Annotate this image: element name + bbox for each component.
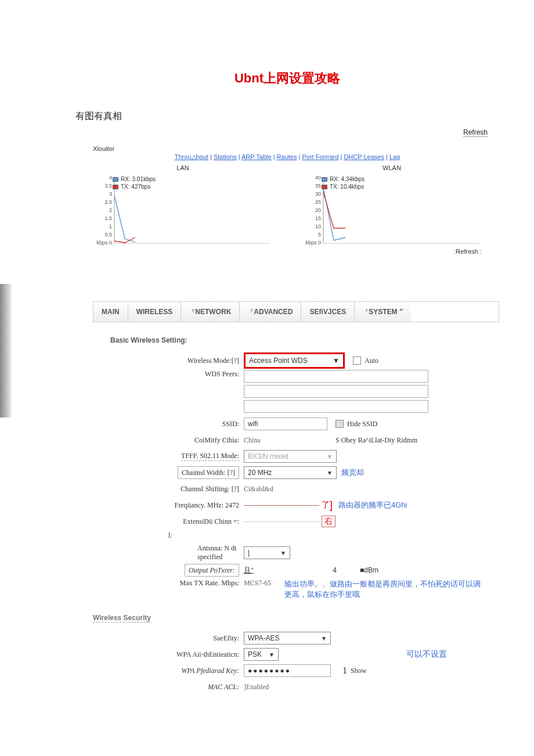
security-label: SaeEfity:: [93, 634, 244, 643]
lan-rx-legend: RX: 3.01kbps: [121, 176, 156, 182]
subnav-throughput[interactable]: Throu△hput: [175, 153, 208, 160]
freq-ann-red: 了: [322, 500, 330, 510]
chevron-down-icon: ▼: [280, 550, 286, 556]
svg-text:15: 15: [315, 215, 321, 221]
svg-text:1.5: 1.5: [104, 215, 112, 221]
freq-ann-blue: 路由器的频率已4Ghi: [338, 500, 407, 510]
svg-text:kbps 0: kbps 0: [96, 240, 112, 246]
chevron-down-icon: ▼: [321, 635, 327, 642]
legend-swatch-blue: [322, 177, 327, 182]
svg-text:4: 4: [109, 175, 112, 181]
show-num: 1: [342, 665, 347, 676]
mac-acl-label: MAC ACL:: [93, 683, 244, 692]
svg-text:2.5: 2.5: [104, 199, 112, 205]
country-value: China: [244, 436, 327, 445]
svg-text:30: 30: [315, 191, 321, 197]
doc-subtitle: 有图有真相: [75, 110, 499, 123]
output-power-unit: ■dBm: [360, 566, 378, 574]
svg-text:1: 1: [109, 224, 112, 229]
ext-channel-ann: 右: [322, 516, 335, 527]
wds-peers-label: WDS Peers:: [93, 370, 244, 379]
subnav-dhcp[interactable]: DHCP Leases: [344, 153, 384, 160]
svg-text:20: 20: [315, 207, 321, 213]
legend-swatch-red: [322, 185, 327, 189]
wds-peer-2[interactable]: [244, 385, 428, 398]
chevron-down-icon: ▼: [327, 470, 333, 476]
chevron-down-icon: ▼: [333, 357, 340, 365]
svg-text:3.5: 3.5: [104, 183, 112, 189]
gradient-edge: [0, 284, 12, 417]
antenna-select[interactable]: |▼: [244, 546, 290, 559]
wds-peer-3[interactable]: [244, 400, 428, 413]
wlan-chart-title: WLAN: [296, 164, 488, 171]
wpa-auth-select[interactable]: PSK▼: [244, 648, 279, 661]
wds-peer-1[interactable]: [244, 370, 428, 383]
doc-title: Ubnt上网设置攻略: [75, 70, 499, 87]
max-tx-rate-label: Max TX Rate. Mbps:: [93, 579, 244, 588]
svg-text:5: 5: [318, 232, 321, 237]
channel-shifting-value: Ci&abl&d: [244, 485, 273, 494]
refresh-footer: :Refresh :: [87, 248, 482, 255]
bracket-icon: ]: [330, 499, 333, 512]
obey-note: S Obey Ra^iLlat-Diy Ridmm: [335, 436, 417, 445]
svg-text:3: 3: [109, 191, 112, 197]
security-select[interactable]: WPA-AES▼: [244, 632, 331, 645]
show-key-label[interactable]: Show: [351, 667, 366, 675]
ieee-mode-select[interactable]: BX3/N mixed▼: [244, 450, 337, 463]
wpa-auth-label: WPA Aii-thEntieaticn:: [93, 650, 244, 659]
svg-text:10: 10: [315, 224, 321, 229]
tab-network[interactable]: 「NETWORK: [181, 302, 240, 322]
legend-swatch-blue: [113, 177, 118, 182]
ext-channel-label: ExtensiDii Chinn =:: [93, 517, 244, 526]
chevron-down-icon: ▼: [269, 651, 275, 658]
subnav-stations[interactable]: Stations: [214, 153, 237, 160]
tab-main[interactable]: MAIN: [93, 302, 128, 322]
ext-channel-value: l:: [93, 531, 244, 540]
wireless-security-heading: Wireless Security: [93, 614, 151, 622]
subnav-log[interactable]: Lag: [389, 153, 400, 160]
ssid-input[interactable]: wifi: [244, 417, 327, 430]
hide-ssid-checkbox[interactable]: Hide SSID: [335, 420, 377, 429]
tabs: MAIN WIRELESS 「NETWORK 「ADVANCED SEfiVJC…: [93, 301, 499, 322]
output-power-value: 且": [244, 566, 302, 575]
tab-system[interactable]: 「SYSTEM ″: [355, 302, 410, 322]
country-label: CoiMitfy Cthia:: [93, 436, 244, 445]
wlan-tx-legend: TX: 10.4kbps: [330, 183, 364, 190]
wireless-mode-select[interactable]: Access Point WDS▼: [244, 352, 345, 369]
tab-wireless[interactable]: WIRELESS: [128, 302, 182, 322]
monitor-title: Xlouitor: [93, 145, 488, 152]
subnav-portfwd[interactable]: Port Forrrard: [302, 153, 338, 160]
svg-text:2: 2: [109, 207, 112, 213]
output-power-annotation: 输出功率。。做路由一般都是再房间里，不怕死的话可以调更高，鼠标在你手里哦: [284, 579, 482, 600]
wireless-mode-label: Wireless Mode:[?]: [93, 357, 244, 365]
chevron-down-icon: ▼: [327, 453, 333, 460]
refresh-link[interactable]: Refresh: [463, 128, 488, 137]
channel-width-annotation: 频宽却: [341, 467, 364, 478]
wpa-key-label: WPA Pfediarad Key:: [93, 667, 244, 675]
channel-width-label: Chaimsl Width: [?]: [178, 466, 239, 479]
auto-checkbox[interactable]: Auto: [353, 357, 378, 365]
monitor-subnav: Throu△hput | Stations | ARP Table | Raut…: [87, 153, 488, 161]
wlan-rx-legend: RX: 4.34kbps: [330, 176, 365, 182]
subnav-arp[interactable]: ARP Table: [241, 153, 272, 160]
antenna-label: Antsnna: N dt specified: [93, 544, 244, 561]
ieee-mode-label: TFFF. S02.11 Mode:: [93, 452, 244, 461]
subnav-routes[interactable]: Rautes: [277, 153, 297, 160]
channel-width-select[interactable]: 20 MHz▼: [244, 466, 337, 479]
mac-acl-value: ]Enabled: [244, 683, 269, 692]
output-power-label: Output PoTxrer:: [185, 564, 239, 577]
svg-text:0.5: 0.5: [104, 232, 112, 237]
wlan-chart: RX: 4.34kbps TX: 10.4kbps 403530 252015 …: [296, 172, 488, 248]
security-note: 可以不设置: [406, 649, 447, 660]
svg-text:35: 35: [315, 183, 321, 189]
tab-advanced[interactable]: 「ADVANCED: [240, 302, 301, 322]
svg-text:kbps 0: kbps 0: [305, 240, 321, 246]
legend-swatch-red: [113, 185, 118, 189]
svg-text:25: 25: [315, 199, 321, 205]
wpa-key-input[interactable]: ●●●●●●●●: [244, 664, 331, 677]
tab-services[interactable]: SEfiVJCES: [301, 302, 355, 322]
lan-tx-legend: TX: 427bps: [121, 183, 150, 190]
ssid-label: SSID:: [93, 420, 244, 429]
frequency-label: Freqiiancy. MHz: 2472: [93, 501, 244, 510]
basic-wireless-heading: Basic Wireless Setting:: [110, 336, 499, 344]
